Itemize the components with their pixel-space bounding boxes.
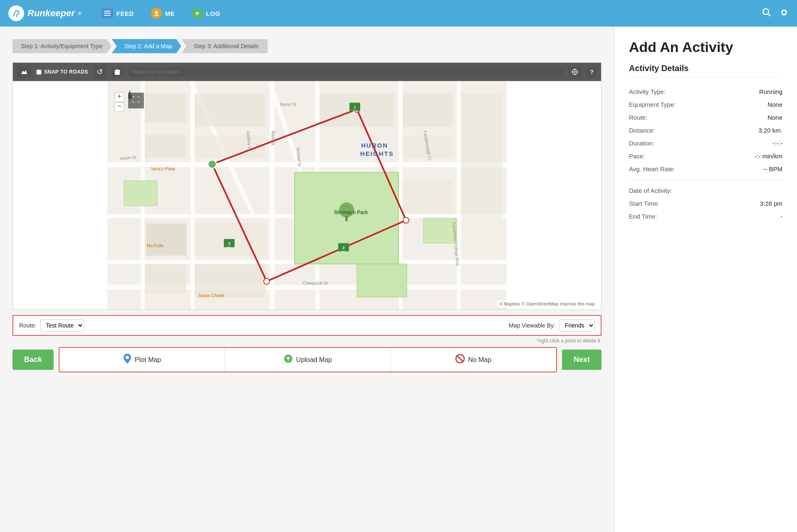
log-icon: + bbox=[192, 8, 203, 19]
svg-text:⛶: ⛶ bbox=[132, 96, 140, 104]
map-mode-buttons: Plot Map Upload Map bbox=[59, 347, 557, 372]
no-map-button[interactable]: No Map bbox=[391, 348, 556, 371]
activity-details-list: Activity Type: Running Equipment Type: N… bbox=[629, 85, 782, 175]
feed-icon bbox=[101, 8, 113, 18]
steps-nav: Step 1: Activity/Equipment Type Step 2: … bbox=[12, 39, 601, 53]
detail-row-duration: Duration: -:-:- bbox=[629, 137, 782, 150]
nav-feed[interactable]: FEED bbox=[94, 5, 141, 22]
duration-value: -:-:- bbox=[773, 140, 782, 147]
detail-divider bbox=[629, 180, 782, 180]
start-time-value: 3:26 pm bbox=[760, 200, 782, 207]
step-1[interactable]: Step 1: Activity/Equipment Type bbox=[12, 39, 112, 53]
terrain-button[interactable] bbox=[17, 66, 31, 78]
svg-text:HURON: HURON bbox=[361, 142, 388, 149]
upload-map-button[interactable]: Upload Map bbox=[225, 348, 391, 371]
date-label: Date of Activity: bbox=[629, 187, 672, 194]
svg-text:Swiss Chalet: Swiss Chalet bbox=[198, 293, 225, 298]
svg-text:3: 3 bbox=[228, 241, 230, 246]
sidebar-title: Add An Activity bbox=[629, 39, 782, 55]
map-copyright: © Mapbox © OpenStreetMap Improve this ma… bbox=[497, 300, 597, 307]
search-button[interactable] bbox=[762, 8, 771, 19]
route-control: Route: Test Route bbox=[19, 319, 84, 332]
svg-point-9 bbox=[574, 71, 576, 73]
map-container: SNAP TO ROADS ↺ ? bbox=[12, 62, 601, 310]
settings-button[interactable] bbox=[780, 8, 789, 19]
svg-rect-45 bbox=[461, 94, 502, 218]
svg-text:HEIGHTS: HEIGHTS bbox=[360, 150, 394, 157]
svg-line-90 bbox=[457, 356, 463, 362]
snap-to-roads-label[interactable]: SNAP TO ROADS bbox=[36, 69, 88, 75]
svg-text:Mark St: Mark St bbox=[271, 131, 275, 145]
duration-label: Duration: bbox=[629, 140, 654, 147]
activity-type-label: Activity Type: bbox=[629, 88, 666, 95]
help-button[interactable]: ? bbox=[587, 66, 597, 77]
plot-map-button[interactable]: Plot Map bbox=[59, 348, 225, 372]
svg-text:1: 1 bbox=[354, 105, 356, 109]
svg-rect-44 bbox=[403, 181, 453, 214]
svg-rect-21 bbox=[270, 81, 275, 310]
end-time-value: - bbox=[780, 213, 782, 220]
nav-log-label: LOG bbox=[206, 10, 220, 17]
nav-me-label: ME bbox=[165, 10, 175, 17]
step-2[interactable]: Step 2: Add a Map bbox=[112, 39, 181, 53]
svg-line-2 bbox=[768, 14, 770, 16]
map-visual[interactable]: 1 km 2 km 3 km HURON HEIGHTS St bbox=[13, 81, 601, 310]
step-3-label: Step 3: Additional Details bbox=[194, 43, 259, 49]
svg-text:+: + bbox=[117, 92, 122, 101]
detail-row-distance: Distance: 3.20 km. bbox=[629, 124, 782, 137]
upload-map-label: Upload Map bbox=[296, 356, 332, 364]
no-map-label: No Map bbox=[468, 356, 491, 364]
end-time-label: End Time: bbox=[629, 213, 657, 220]
svg-point-87 bbox=[126, 356, 129, 359]
plot-map-icon bbox=[123, 354, 131, 366]
header-actions bbox=[762, 8, 789, 19]
next-button[interactable]: Next bbox=[562, 350, 601, 370]
content-area: Step 1: Activity/Equipment Type Step 2: … bbox=[0, 27, 614, 532]
pace-label: Pace: bbox=[629, 153, 645, 160]
right-click-hint: *right click a point to delete it. bbox=[12, 338, 601, 344]
upload-map-icon bbox=[284, 354, 293, 365]
svg-text:km: km bbox=[353, 109, 357, 112]
svg-rect-41 bbox=[145, 264, 186, 293]
back-button[interactable]: Back bbox=[12, 350, 54, 370]
svg-rect-7 bbox=[114, 70, 120, 71]
step-1-label: Step 1: Activity/Equipment Type bbox=[21, 43, 103, 49]
snap-checkbox[interactable] bbox=[36, 69, 42, 75]
header: Runkeeper® FEED ME + LOG bbox=[0, 0, 797, 27]
activity-details-title: Activity Details bbox=[629, 64, 782, 78]
svg-text:Huron St: Huron St bbox=[280, 102, 297, 107]
equipment-label: Equipment Type: bbox=[629, 101, 676, 108]
distance-value: 3.20 km. bbox=[758, 127, 782, 134]
svg-point-0 bbox=[155, 11, 158, 14]
svg-point-1 bbox=[763, 9, 769, 15]
svg-rect-5 bbox=[115, 70, 120, 75]
route-select[interactable]: Test Route bbox=[40, 319, 84, 332]
map-svg: 1 km 2 km 3 km HURON HEIGHTS St bbox=[13, 81, 601, 310]
svg-text:−: − bbox=[117, 102, 122, 110]
snap-label: SNAP TO ROADS bbox=[44, 69, 88, 75]
svg-rect-31 bbox=[357, 264, 407, 297]
nav-me[interactable]: ME bbox=[144, 5, 183, 22]
detail-row-heart-rate: Avg. Heart Rate: -- BPM bbox=[629, 163, 782, 175]
svg-text:Vera's Plate: Vera's Plate bbox=[151, 166, 175, 171]
svg-point-4 bbox=[783, 11, 786, 14]
map-options-row: Route: Test Route Map Viewable By: Frien… bbox=[12, 315, 601, 336]
step-3[interactable]: Step 3: Additional Details bbox=[181, 39, 268, 53]
detail-row-pace: Pace: -:- min/km bbox=[629, 150, 782, 163]
logo[interactable]: Runkeeper® bbox=[8, 5, 82, 21]
svg-text:Cheapside St: Cheapside St bbox=[303, 281, 328, 286]
svg-text:km: km bbox=[342, 250, 346, 253]
date-time-details-list: Date of Activity: Start Time: 3:26 pm En… bbox=[629, 184, 782, 223]
distance-label: Distance: bbox=[629, 127, 655, 134]
svg-rect-33 bbox=[145, 94, 186, 123]
undo-button[interactable]: ↺ bbox=[93, 65, 106, 79]
map-viewable-select[interactable]: Friends bbox=[559, 319, 595, 332]
locate-button[interactable] bbox=[568, 66, 582, 77]
detail-row-start-time: Start Time: 3:26 pm bbox=[629, 197, 782, 210]
nav-log[interactable]: + LOG bbox=[184, 5, 228, 22]
delete-button[interactable] bbox=[111, 66, 124, 77]
svg-rect-46 bbox=[147, 224, 186, 256]
svg-rect-32 bbox=[423, 218, 457, 243]
detail-row-route: Route: None bbox=[629, 111, 782, 124]
map-search-input[interactable] bbox=[129, 67, 563, 77]
